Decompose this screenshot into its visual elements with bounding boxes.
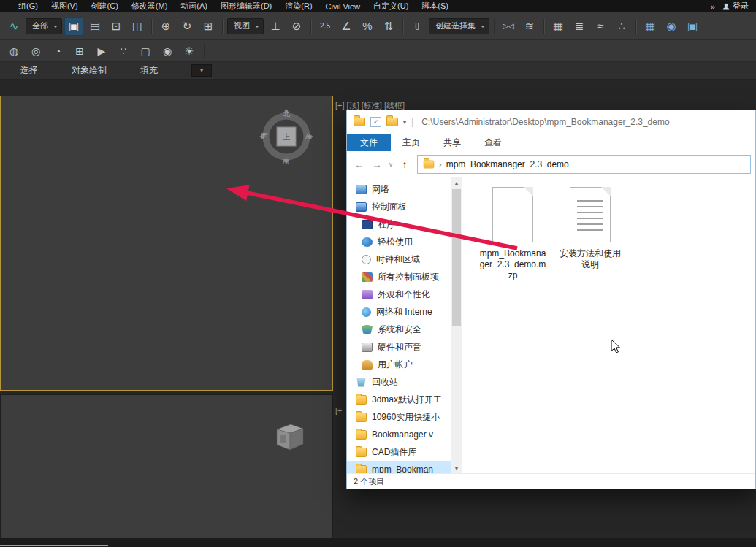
- scene-box-object[interactable]: [270, 421, 308, 454]
- rectangular-selection-region-icon[interactable]: ⊡: [107, 17, 126, 36]
- sidebar-item[interactable]: 用户帐户: [347, 356, 451, 373]
- select-by-name-icon[interactable]: ▤: [85, 17, 104, 36]
- sphere-tool-icon[interactable]: ◔: [48, 42, 67, 60]
- selection-filter-dropdown[interactable]: 全部: [26, 18, 62, 34]
- schematic-view-icon[interactable]: ∴: [612, 17, 631, 36]
- box-tool-icon[interactable]: ⊞: [70, 42, 89, 60]
- reference-coordinate-dropdown[interactable]: 视图: [227, 18, 264, 34]
- quick-access-caret-icon[interactable]: ▾: [403, 119, 406, 126]
- file-list-area[interactable]: mpm_Bookmanager_2.3_demo.mzp 安装方法和使用说明: [462, 177, 755, 473]
- menu-item[interactable]: 组(G): [12, 1, 45, 12]
- menu-item[interactable]: 渲染(R): [278, 1, 318, 12]
- login-button[interactable]: 登录: [722, 1, 749, 12]
- explorer-window[interactable]: ✓ ▾ | C:\Users\Administrator\Desktop\mpm…: [346, 110, 756, 489]
- snap-toggle-2-5-icon[interactable]: 2.5: [316, 17, 335, 36]
- sidebar-item[interactable]: 程序: [347, 215, 451, 233]
- sidebar-item[interactable]: Bookmanager v: [347, 426, 451, 443]
- viewport-label-partial[interactable]: [+: [335, 406, 342, 415]
- sidebar-item[interactable]: 10960实用快捷小: [347, 408, 451, 426]
- light-toggle-icon[interactable]: ☀: [180, 42, 199, 60]
- menu-item[interactable]: 动画(A): [174, 1, 214, 12]
- quick-access-properties-icon[interactable]: ✓: [370, 117, 381, 127]
- bottom-viewport[interactable]: [0, 394, 333, 540]
- file-item[interactable]: 安装方法和使用说明: [550, 187, 630, 270]
- named-selection-sets-dropdown[interactable]: 创建选择集: [429, 18, 489, 34]
- sidebar-item[interactable]: 硬件和声音: [347, 338, 451, 356]
- viewcube-west[interactable]: 西: [261, 132, 268, 140]
- file-item[interactable]: mpm_Bookmanager_2.3_demo.mzp: [473, 187, 553, 281]
- up-button[interactable]: ↑: [397, 156, 413, 173]
- menu-item[interactable]: 视图(V): [45, 1, 85, 12]
- back-button[interactable]: ←: [351, 156, 367, 173]
- viewcube[interactable]: 上 北 东 南 西: [257, 107, 316, 165]
- breadcrumb[interactable]: mpm_Bookmanager_2.3_demo: [446, 159, 569, 169]
- curve-editor-icon[interactable]: ≈: [591, 17, 610, 36]
- menu-item[interactable]: 修改器(M): [125, 1, 175, 12]
- sidebar-item[interactable]: 时钟和区域: [347, 250, 451, 268]
- address-bar[interactable]: › mpm_Bookmanager_2.3_demo: [417, 155, 751, 174]
- container-tool-icon[interactable]: ▢: [136, 42, 155, 60]
- use-pivot-point-icon[interactable]: ⊥: [266, 17, 285, 36]
- particles-tool-icon[interactable]: ∵: [114, 42, 133, 60]
- scrollbar-thumb[interactable]: [452, 189, 461, 326]
- sidebar-item[interactable]: 外观和个性化: [347, 286, 451, 303]
- select-and-scale-icon[interactable]: ⊞: [199, 17, 218, 36]
- recent-locations-dropdown-icon[interactable]: ∨: [386, 156, 395, 173]
- viewcube-top-face[interactable]: 上: [283, 132, 291, 141]
- sidebar-item[interactable]: 回收站: [347, 373, 451, 391]
- angle-snap-icon[interactable]: ∠: [337, 17, 356, 36]
- explorer-tab[interactable]: 主页: [391, 134, 432, 151]
- explorer-tab[interactable]: 文件: [347, 134, 391, 151]
- select-and-link-icon[interactable]: ∿: [4, 17, 23, 36]
- menu-item[interactable]: 创建(C): [85, 1, 125, 12]
- menu-item[interactable]: 图形编辑器(D): [214, 1, 278, 12]
- edit-named-selection-sets-icon[interactable]: {}: [408, 17, 427, 36]
- isolate-toggle-icon[interactable]: ◉: [158, 42, 177, 60]
- menu-item[interactable]: 脚本(S): [415, 1, 455, 12]
- ribbon-minimize-dropdown[interactable]: ▾: [191, 64, 212, 77]
- ribbon-tab[interactable]: 对象绘制: [72, 64, 107, 77]
- render-setup-icon[interactable]: ▦: [641, 17, 660, 36]
- sidebar-item[interactable]: 3dmax默认打开工: [347, 391, 451, 408]
- explorer-tab[interactable]: 查看: [473, 134, 513, 151]
- explorer-title-bar[interactable]: ✓ ▾ | C:\Users\Administrator\Desktop\mpm…: [347, 110, 755, 134]
- sidebar-item[interactable]: 网络: [347, 180, 451, 198]
- sidebar-item[interactable]: 控制面板: [347, 198, 451, 215]
- rendered-frame-window-icon[interactable]: ▣: [683, 17, 702, 36]
- sidebar-item[interactable]: 所有控制面板项: [347, 268, 451, 286]
- sidebar-item[interactable]: mpm_Bookman: [347, 461, 451, 473]
- viewcube-south[interactable]: 南: [283, 156, 290, 164]
- percent-snap-icon[interactable]: %: [358, 17, 377, 36]
- window-crossing-toggle-icon[interactable]: ◫: [128, 17, 147, 36]
- menu-overflow-icon[interactable]: »: [711, 2, 715, 11]
- toggle-scene-explorer-icon[interactable]: ▦: [549, 17, 568, 36]
- select-object-icon[interactable]: ▣: [64, 17, 83, 36]
- sidebar-item[interactable]: CAD插件库: [347, 443, 451, 461]
- sidebar-item[interactable]: 轻松使用: [347, 233, 451, 250]
- mirror-icon[interactable]: ▷◁: [499, 17, 518, 36]
- menu-item[interactable]: 自定义(U): [367, 1, 415, 12]
- ribbon-tab[interactable]: 选择: [20, 64, 38, 77]
- sidebar-scrollbar[interactable]: ▲ ▼: [451, 177, 462, 473]
- viewcube-north[interactable]: 北: [283, 110, 291, 118]
- explorer-tab[interactable]: 共享: [432, 134, 473, 151]
- select-and-rotate-icon[interactable]: ↻: [177, 17, 196, 36]
- toggle-layer-explorer-icon[interactable]: ≣: [570, 17, 589, 36]
- breadcrumb-chevron-icon[interactable]: ›: [439, 160, 442, 169]
- quick-access-newfolder-icon[interactable]: [386, 118, 398, 126]
- spinner-snap-icon[interactable]: ⇅: [379, 17, 398, 36]
- material-editor-icon[interactable]: ◉: [662, 17, 681, 36]
- ribbon-tab[interactable]: 填充: [140, 64, 158, 77]
- scroll-down-icon[interactable]: ▼: [451, 463, 462, 473]
- play-media-icon[interactable]: ▶: [92, 42, 111, 60]
- select-and-move-icon[interactable]: ⊕: [156, 17, 175, 36]
- sidebar-item[interactable]: 网络和 Interne: [347, 303, 451, 321]
- align-icon[interactable]: ≋: [520, 17, 539, 36]
- forward-button[interactable]: →: [369, 156, 385, 173]
- menu-item[interactable]: Civil View: [319, 2, 367, 11]
- sidebar-item[interactable]: 系统和安全: [347, 321, 451, 338]
- snaps-toolbar-icon[interactable]: ◍: [4, 42, 23, 60]
- viewcube-east[interactable]: 东: [305, 132, 312, 140]
- select-and-manipulate-icon[interactable]: ⊘: [287, 17, 306, 36]
- scroll-up-icon[interactable]: ▲: [451, 177, 462, 188]
